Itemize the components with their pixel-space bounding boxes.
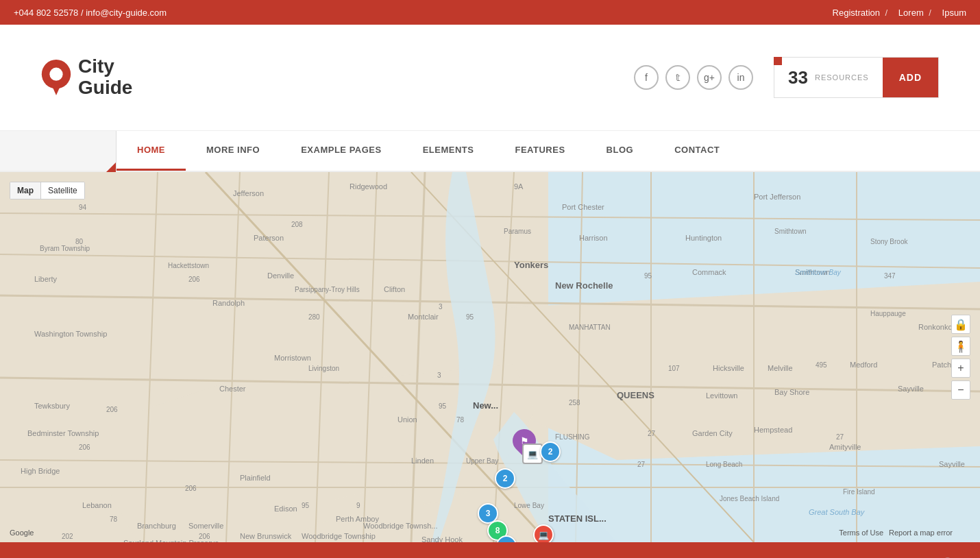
svg-text:Melville: Melville <box>768 364 793 372</box>
svg-text:New Rochelle: New Rochelle <box>555 280 613 291</box>
svg-text:206: 206 <box>185 485 197 492</box>
nav: HOME MORE INFO EXAMPLE PAGES ELEMENTS FE… <box>0 131 980 172</box>
map-pin-cluster-5[interactable]: 2 <box>496 535 517 542</box>
linkedin-icon[interactable]: in <box>728 65 753 90</box>
logo-line2: Guide <box>78 77 132 99</box>
svg-text:78: 78 <box>110 515 118 523</box>
svg-text:Paterson: Paterson <box>254 234 284 242</box>
svg-text:High Bridge: High Bridge <box>21 467 60 475</box>
googleplus-icon[interactable]: g+ <box>697 65 722 90</box>
map-type-map-btn[interactable]: Map <box>10 182 40 199</box>
svg-text:78: 78 <box>456 416 465 424</box>
svg-text:Sandy Hook: Sandy Hook <box>421 535 463 542</box>
svg-text:Lebanon: Lebanon <box>82 501 112 509</box>
logo-line1: City <box>78 56 132 77</box>
svg-text:Stony Brook: Stony Brook <box>870 238 908 245</box>
nav-item-blog[interactable]: BLOG <box>586 131 654 171</box>
google-label: Google <box>10 529 34 537</box>
svg-text:347: 347 <box>884 272 896 280</box>
svg-text:New...: New... <box>473 400 498 411</box>
map-pin-cluster-1[interactable]: 2 <box>540 441 561 462</box>
svg-text:9A: 9A <box>514 182 524 191</box>
svg-text:94: 94 <box>79 204 87 211</box>
map-zoom-out-btn[interactable]: − <box>951 380 970 400</box>
svg-text:206: 206 <box>106 406 118 413</box>
map-container[interactable]: Jefferson 94 Ridgewood 9A Port Chester P… <box>0 172 980 542</box>
top-link-ipsum[interactable]: Ipsum <box>942 8 966 18</box>
svg-text:Hempstead: Hempstead <box>754 426 792 434</box>
svg-text:Woodbridge Townsh...: Woodbridge Townsh... <box>363 522 437 530</box>
add-button[interactable]: ADD <box>883 58 938 97</box>
logo-text: City Guide <box>78 56 132 99</box>
svg-text:Sayville: Sayville <box>898 385 924 393</box>
sep2: / <box>929 8 931 18</box>
svg-text:Fire Island: Fire Island <box>843 488 875 496</box>
svg-text:Huntington: Huntington <box>685 234 722 242</box>
facebook-icon[interactable]: f <box>634 65 659 90</box>
map-type-satellite-btn[interactable]: Satellite <box>41 182 84 199</box>
svg-text:3: 3 <box>439 303 443 311</box>
svg-text:9: 9 <box>356 502 360 509</box>
svg-text:Great South Bay: Great South Bay <box>809 508 866 516</box>
map-zoom-in-btn[interactable]: + <box>951 359 970 378</box>
svg-text:Hackettstown: Hackettstown <box>168 262 209 269</box>
svg-text:Bedminster Township: Bedminster Township <box>27 429 99 437</box>
svg-text:FLUSHING: FLUSHING <box>555 433 590 441</box>
svg-text:Yonkers: Yonkers <box>514 260 548 270</box>
svg-text:495: 495 <box>816 361 827 369</box>
svg-text:Tewksbury: Tewksbury <box>34 402 70 410</box>
svg-text:27: 27 <box>836 433 844 441</box>
nav-item-features[interactable]: FEATURES <box>494 131 585 171</box>
svg-text:Hicksville: Hicksville <box>713 364 744 372</box>
svg-text:Levittown: Levittown <box>706 391 737 400</box>
svg-text:Medford: Medford <box>850 361 877 369</box>
svg-text:Livingston: Livingston <box>308 365 339 372</box>
sep1: / <box>885 8 888 18</box>
nav-item-more-info[interactable]: MORE INFO <box>186 131 280 171</box>
svg-text:Chester: Chester <box>219 385 246 393</box>
svg-text:Smithtown: Smithtown <box>774 228 807 235</box>
nav-item-elements[interactable]: ELEMENTS <box>402 131 495 171</box>
google-attribution: Google <box>10 529 34 537</box>
nav-item-contact[interactable]: CONTACT <box>654 131 740 171</box>
svg-text:202: 202 <box>62 533 73 540</box>
svg-text:Liberty: Liberty <box>34 275 58 283</box>
map-lock-btn[interactable]: 🔒 <box>951 315 970 334</box>
svg-text:Bay Shore: Bay Shore <box>774 388 809 396</box>
map-type-controls: Map Satellite <box>10 182 85 199</box>
top-link-lorem[interactable]: Lorem <box>898 8 924 18</box>
contact-info: +044 802 52578 / info@city-guide.com <box>14 8 167 18</box>
resources-number: 33 <box>788 67 808 88</box>
svg-text:Washington Township: Washington Township <box>34 330 107 338</box>
nav-item-home[interactable]: HOME <box>117 131 186 171</box>
svg-text:Branchburg: Branchburg <box>137 522 176 530</box>
search-bar: I would like to at Category in Location … <box>0 542 980 558</box>
svg-text:95: 95 <box>466 313 474 321</box>
svg-text:Randolph: Randolph <box>212 299 245 307</box>
top-link-registration[interactable]: Registration <box>833 8 880 18</box>
svg-point-1 <box>49 68 62 81</box>
svg-text:Paramus: Paramus <box>504 228 531 235</box>
svg-text:27: 27 <box>637 461 646 468</box>
svg-text:95: 95 <box>439 402 447 410</box>
twitter-icon[interactable]: 𝕥 <box>665 65 690 90</box>
svg-text:Ridgewood: Ridgewood <box>350 182 387 191</box>
svg-text:Plainfield: Plainfield <box>240 474 271 482</box>
logo: City Guide <box>41 56 132 99</box>
svg-text:Montclair: Montclair <box>408 313 439 321</box>
map-pin-drop[interactable]: 💻 <box>533 524 554 542</box>
terms-of-use[interactable]: Terms of Use <box>839 529 883 537</box>
nav-item-example-pages[interactable]: EXAMPLE PAGES <box>280 131 402 171</box>
map-person-btn[interactable]: 🧍 <box>951 337 970 356</box>
header: City Guide f 𝕥 g+ in 33 RESOURCES ADD <box>0 25 980 131</box>
svg-text:Port Jefferson: Port Jefferson <box>754 193 800 201</box>
svg-text:Garden City: Garden City <box>692 429 733 437</box>
svg-text:New Brunswick: New Brunswick <box>240 532 292 540</box>
report-map-error[interactable]: Report a map error <box>889 529 953 537</box>
svg-text:Port Chester: Port Chester <box>562 203 604 211</box>
svg-text:3: 3 <box>437 372 441 379</box>
map-pin-cluster-2[interactable]: 2 <box>495 468 515 489</box>
svg-text:Lowe Bay: Lowe Bay <box>514 502 544 509</box>
svg-text:95: 95 <box>644 272 652 280</box>
resources-label: RESOURCES <box>815 73 869 82</box>
